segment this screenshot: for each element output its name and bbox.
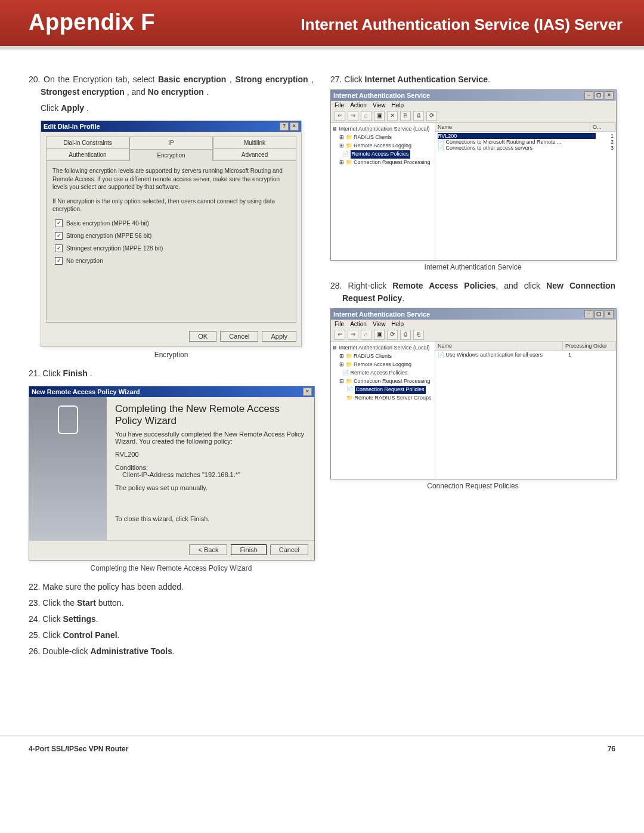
checkbox-icon[interactable]: ✓ <box>55 244 63 252</box>
tree-radius[interactable]: ⊞ 📁 RADIUS Clients <box>332 352 434 361</box>
checkbox-icon[interactable]: ✓ <box>55 219 63 227</box>
col-order[interactable]: Processing Order <box>563 342 616 350</box>
wizard-titlebar: New Remote Access Policy Wizard × <box>29 386 314 397</box>
encryption-note-2: If No encryption is the only option sele… <box>52 197 290 213</box>
tree-remote-radius-groups[interactable]: 📁 Remote RADIUS Server Groups <box>332 394 434 402</box>
menu-help[interactable]: Help <box>391 102 404 109</box>
checkbox-icon[interactable]: ✓ <box>55 257 63 265</box>
tree-root[interactable]: 🖥 Internet Authentication Service (Local… <box>332 125 434 134</box>
close-icon[interactable]: × <box>290 122 299 131</box>
up-icon[interactable]: ⌂ <box>361 111 371 121</box>
menu-action[interactable]: Action <box>350 102 367 109</box>
maximize-icon[interactable]: ▢ <box>595 310 603 318</box>
col-name[interactable]: Name <box>435 123 590 131</box>
export-icon[interactable]: ⎙ <box>413 111 424 121</box>
list-row[interactable]: 📄 Connections to Microsoft Routing and R… <box>438 139 614 145</box>
tab-ip[interactable]: IP <box>129 137 213 148</box>
menu-action[interactable]: Action <box>350 321 367 327</box>
menu-file[interactable]: File <box>335 102 344 109</box>
dialog-titlebar: Edit Dial-in Profile ? × <box>41 121 301 132</box>
tree-remote-access-policies[interactable]: 📄 Remote Access Policies <box>332 369 434 377</box>
menu-file[interactable]: File <box>335 321 344 327</box>
list-pane: Name O... RVL2001 📄 Connections to Micro… <box>435 123 616 260</box>
apply-button[interactable]: Apply <box>262 331 296 342</box>
tab-body: The following encryption levels are supp… <box>46 160 296 323</box>
footer-page: 76 <box>608 745 615 753</box>
tree-root[interactable]: 🖥 Internet Authentication Service (Local… <box>332 344 434 352</box>
screenshot-encryption-dialog: Edit Dial-in Profile ? × Dial-in Constra… <box>41 120 302 347</box>
wizard-title-text: New Remote Access Policy Wizard <box>32 388 140 395</box>
list-row[interactable]: 📄 Use Windows authentication for all use… <box>438 352 614 358</box>
tree-logging[interactable]: ⊞ 📁 Remote Access Logging <box>332 361 434 369</box>
close-icon[interactable]: × <box>605 310 614 318</box>
tree-logging[interactable]: ⊞ 📁 Remote Access Logging <box>332 142 434 150</box>
export-icon[interactable]: ⎙ <box>400 330 411 340</box>
chk-basic[interactable]: ✓ Basic encryption (MPPE 40-bit) <box>55 219 290 227</box>
chk-strong[interactable]: ✓ Strong encryption (MPPE 56 bit) <box>55 232 290 240</box>
finish-button[interactable]: Finish <box>231 544 266 555</box>
wizard-heading: Completing the New Remote Access Policy … <box>115 403 306 427</box>
nav-back-icon[interactable]: ⇐ <box>335 111 345 121</box>
list-header: Name Processing Order <box>435 342 616 351</box>
copy-icon[interactable]: ⎘ <box>400 111 411 121</box>
list-row[interactable]: 📄 Connections to other access servers3 <box>438 145 614 151</box>
wizard-cond-label: Conditions: <box>115 464 306 471</box>
list-row[interactable]: RVL2001 <box>438 133 614 139</box>
tab-advanced[interactable]: Advanced <box>213 148 296 160</box>
wizard-manual: The policy was set up manually. <box>115 484 306 491</box>
menu-view[interactable]: View <box>373 102 386 109</box>
nav-back-icon[interactable]: ⇐ <box>335 330 345 340</box>
step-24: 24. Click Settings. <box>29 613 314 625</box>
refresh-icon[interactable]: ⟳ <box>426 111 437 121</box>
tree-radius[interactable]: ⊞ 📁 RADIUS Clients <box>332 134 434 142</box>
tab-dialin[interactable]: Dial-in Constraints <box>46 137 129 148</box>
wizard-buttons: < Back Finish Cancel <box>29 540 314 560</box>
cancel-button[interactable]: Cancel <box>220 331 258 342</box>
back-button[interactable]: < Back <box>189 544 227 555</box>
caption-encryption: Encryption <box>29 351 314 359</box>
cancel-button[interactable]: Cancel <box>270 544 308 555</box>
refresh-icon[interactable]: ⟳ <box>387 330 398 340</box>
minimize-icon[interactable]: – <box>584 310 593 318</box>
close-icon[interactable]: × <box>303 388 312 396</box>
tab-authentication[interactable]: Authentication <box>46 148 129 160</box>
menu-help[interactable]: Help <box>391 321 404 327</box>
chk-none[interactable]: ✓ No encryption <box>55 257 290 265</box>
content: 20. On the Encryption tab, select Basic … <box>0 49 644 667</box>
properties-icon[interactable]: ▣ <box>374 111 385 121</box>
maximize-icon[interactable]: ▢ <box>595 91 603 100</box>
nav-forward-icon[interactable]: ⇒ <box>348 111 358 121</box>
col-order[interactable]: O... <box>590 123 616 131</box>
delete-icon[interactable]: ✕ <box>387 111 398 121</box>
tab-multilink[interactable]: Multilink <box>213 137 296 148</box>
wizard-line1: You have successfully completed the New … <box>115 431 306 445</box>
ok-button[interactable]: OK <box>189 331 216 342</box>
properties-icon[interactable]: ▣ <box>374 330 385 340</box>
checkbox-icon[interactable]: ✓ <box>55 232 63 240</box>
col-name[interactable]: Name <box>435 342 563 350</box>
tree-connection-processing[interactable]: ⊞ 📁 Connection Request Processing <box>332 159 434 167</box>
close-icon[interactable]: × <box>605 91 614 100</box>
wizard-cond-value: Client-IP-Address matches "192.168.1.*" <box>115 471 306 478</box>
up-icon[interactable]: ⌂ <box>361 330 371 340</box>
tree-connection-processing[interactable]: ⊟ 📁 Connection Request Processing <box>332 377 434 386</box>
help-icon[interactable]: ? <box>280 122 289 131</box>
tree-connection-request-policies[interactable]: 📄 Connection Request Policies <box>332 386 434 394</box>
appendix-subtitle: Internet Authentication Service (IAS) Se… <box>301 16 623 34</box>
step-28: 28. Right-click Remote Access Policies, … <box>330 280 615 305</box>
dialog-title-text: Edit Dial-in Profile <box>44 123 100 130</box>
tabs-row-2: Dial-in Constraints IP Multilink <box>46 137 296 148</box>
appendix-title: Appendix F <box>29 10 155 35</box>
nav-forward-icon[interactable]: ⇒ <box>348 330 358 340</box>
menu-view[interactable]: View <box>373 321 386 327</box>
minimize-icon[interactable]: – <box>584 91 593 100</box>
tree-remote-access-policies[interactable]: 📄 Remote Access Policies <box>332 150 434 159</box>
window-controls: × <box>303 388 312 396</box>
window-controls: – ▢ × <box>584 91 614 100</box>
footer-product: 4-Port SSL/IPSec VPN Router <box>29 745 128 753</box>
tab-encryption[interactable]: Encryption <box>129 149 213 161</box>
right-column: 27. Click Internet Authentication Servic… <box>330 71 615 661</box>
chk-strongest[interactable]: ✓ Strongest encryption (MPPE 128 bit) <box>55 244 290 252</box>
footer: 4-Port SSL/IPSec VPN Router 76 <box>0 735 644 764</box>
help-icon[interactable]: ⎗ <box>413 330 424 340</box>
